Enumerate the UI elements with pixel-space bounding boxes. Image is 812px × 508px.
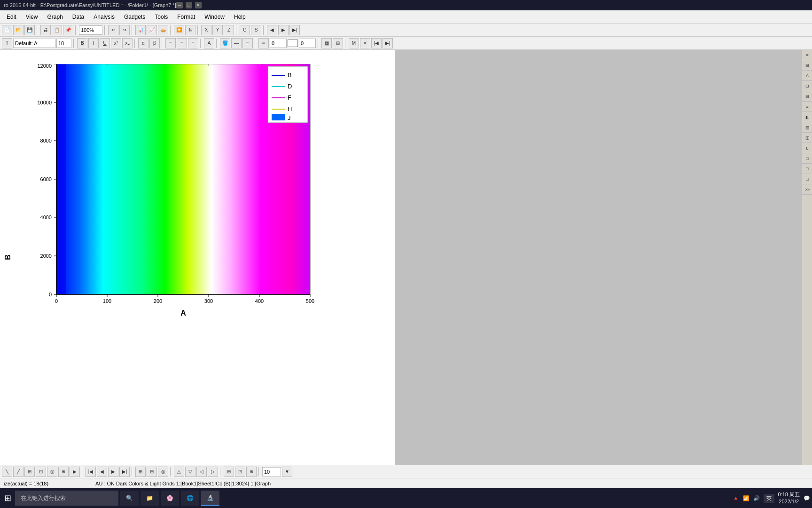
windows-icon[interactable]: ⊞ (2, 492, 13, 504)
bt-18[interactable]: ▷ (208, 467, 218, 477)
m-btn[interactable]: M (349, 38, 359, 48)
speed-input[interactable] (262, 467, 281, 476)
bt-6[interactable]: ⊕ (58, 467, 69, 477)
bt-7[interactable]: ▶ (70, 467, 80, 477)
grid-btn[interactable]: ⊞ (333, 38, 343, 48)
rs-btn-6[interactable]: ≡ (802, 102, 812, 112)
rs-btn-4[interactable]: ⊡ (802, 81, 812, 91)
search-input[interactable] (15, 491, 118, 506)
step-next[interactable]: ▶| (383, 38, 393, 48)
step-prev[interactable]: |◀ (371, 38, 382, 48)
bt-8[interactable]: |◀ (86, 467, 96, 477)
bt-20[interactable]: ⊡ (235, 467, 245, 477)
bt-21[interactable]: ⊕ (246, 467, 257, 477)
bt-16[interactable]: ▽ (185, 467, 195, 477)
menu-edit[interactable]: Edit (2, 12, 21, 22)
rs-btn-13[interactable]: □ (802, 174, 812, 184)
underline-btn[interactable]: U (100, 38, 110, 48)
taskbar-app2[interactable]: 🔬 (201, 491, 219, 506)
x2-btn[interactable]: ✕ (360, 38, 370, 48)
rs-btn-1[interactable]: ≡ (802, 50, 812, 60)
rs-btn-12[interactable]: □ (802, 164, 812, 174)
zoom-input[interactable] (79, 25, 102, 35)
align-right[interactable]: ≡ (188, 38, 198, 48)
menu-format[interactable]: Format (172, 12, 200, 22)
nav-left[interactable]: ◀ (267, 25, 277, 35)
x-btn[interactable]: X (201, 25, 211, 35)
bt-22[interactable]: ▼ (282, 467, 292, 477)
save-btn[interactable]: 💾 (24, 25, 35, 35)
rs-btn-8[interactable]: ▧ (802, 122, 812, 133)
bt-2[interactable]: ╱ (13, 467, 23, 477)
minimize-button[interactable]: ─ (176, 2, 183, 8)
fill-btn[interactable]: 🪣 (220, 38, 230, 48)
bt-9[interactable]: ◀ (97, 467, 107, 477)
maximize-button[interactable]: □ (186, 2, 192, 8)
menu-data[interactable]: Data (68, 12, 89, 22)
font-icon[interactable]: T (2, 38, 12, 48)
bt-15[interactable]: △ (174, 467, 184, 477)
bold-btn[interactable]: B (77, 38, 87, 48)
z-btn[interactable]: Z (224, 25, 234, 35)
menu-help[interactable]: Help (229, 12, 250, 22)
undo-btn[interactable]: ↩ (108, 25, 118, 35)
redo-btn[interactable]: ↪ (119, 25, 130, 35)
g-btn[interactable]: G (240, 25, 250, 35)
rs-btn-9[interactable]: ◫ (802, 133, 812, 143)
menu-analysis[interactable]: Analysis (89, 12, 119, 22)
bt-19[interactable]: ⊞ (224, 467, 234, 477)
graph-area[interactable]: B (0, 50, 395, 465)
bt-1[interactable]: ╲ (2, 467, 12, 477)
chart-bar[interactable]: 📊 (135, 25, 146, 35)
menu-gadgets[interactable]: Gadgets (119, 12, 150, 22)
rs-btn-10[interactable]: L (802, 143, 812, 153)
pattern-btn[interactable]: ▦ (321, 38, 332, 48)
taskbar-app1[interactable]: 🌸 (161, 491, 179, 506)
superscript-btn[interactable]: x² (111, 38, 121, 48)
taskbar-files[interactable]: 📁 (141, 491, 159, 506)
taskbar-search[interactable]: 🔍 (120, 491, 139, 506)
clock[interactable]: 0:18 周五 2022/1/2 (778, 491, 800, 506)
menu-tools[interactable]: Tools (150, 12, 172, 22)
rs-btn-3[interactable]: A (802, 71, 812, 81)
paste-btn[interactable]: 📌 (63, 25, 73, 35)
notification-icon[interactable]: 💬 (804, 495, 810, 501)
bt-14[interactable]: ◎ (158, 467, 168, 477)
nav-right[interactable]: ▶ (278, 25, 289, 35)
bt-13[interactable]: ⊟ (147, 467, 157, 477)
line-style-btn[interactable]: ≡ (242, 38, 253, 48)
new-btn[interactable]: 📄 (2, 25, 12, 35)
menu-graph[interactable]: Graph (42, 12, 67, 22)
bt-4[interactable]: ⊡ (36, 467, 46, 477)
bt-3[interactable]: ⊞ (24, 467, 35, 477)
align-left[interactable]: ≡ (165, 38, 176, 48)
font-name-input[interactable] (13, 39, 55, 48)
rs-btn-7[interactable]: ◧ (802, 112, 812, 122)
s-btn[interactable]: S (251, 25, 261, 35)
italic-btn[interactable]: I (88, 38, 99, 48)
ime-indicator[interactable]: 英 (764, 494, 774, 503)
line-width-btn[interactable]: ━ (258, 38, 269, 48)
font-size-input[interactable] (56, 39, 71, 48)
rs-btn-14[interactable]: >> (802, 184, 812, 195)
rs-btn-2[interactable]: ⊞ (802, 60, 812, 71)
open-btn[interactable]: 📂 (13, 25, 23, 35)
line-width-input[interactable] (270, 39, 287, 48)
bt-12[interactable]: ⊞ (135, 467, 146, 477)
rs-btn-5[interactable]: ⊟ (802, 91, 812, 102)
sort-btn[interactable]: ⇅ (185, 25, 195, 35)
beta-btn[interactable]: β (149, 38, 160, 48)
copy-btn[interactable]: 📋 (52, 25, 62, 35)
font-color-btn[interactable]: A (204, 38, 214, 48)
line-color-btn[interactable]: — (231, 38, 242, 48)
color-input[interactable] (299, 39, 316, 48)
print-btn[interactable]: 🖨 (40, 25, 51, 35)
menu-view[interactable]: View (21, 12, 43, 22)
align-center[interactable]: ≡ (177, 38, 187, 48)
alpha-btn[interactable]: α (138, 38, 148, 48)
taskbar-browser[interactable]: 🌐 (181, 491, 199, 506)
y-btn[interactable]: Y (212, 25, 223, 35)
bt-10[interactable]: ▶ (108, 467, 118, 477)
bt-11[interactable]: ▶| (119, 467, 130, 477)
bt-17[interactable]: ◁ (196, 467, 207, 477)
